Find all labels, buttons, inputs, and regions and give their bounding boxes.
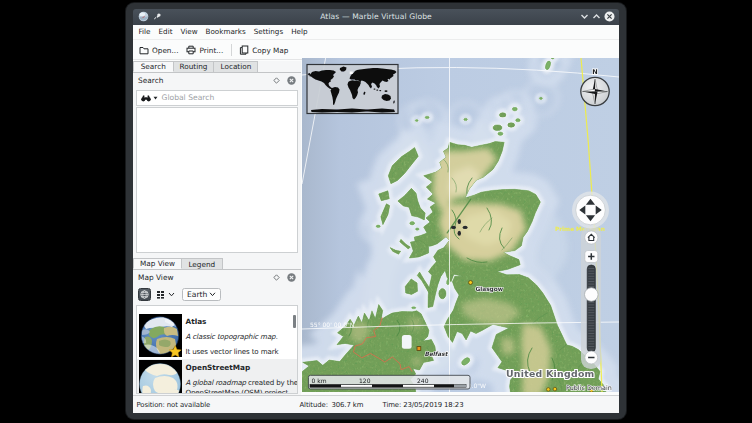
binoculars-icon bbox=[141, 94, 151, 102]
overview-world-map[interactable] bbox=[307, 65, 398, 114]
list-grid-icon bbox=[156, 290, 165, 299]
pan-control[interactable] bbox=[572, 192, 609, 229]
folder-icon bbox=[139, 46, 149, 55]
maximize-button[interactable] bbox=[592, 12, 601, 21]
city-label-belfast: Belfast bbox=[424, 351, 448, 357]
close-panel-icon[interactable] bbox=[287, 273, 296, 282]
copy-icon bbox=[239, 45, 249, 55]
globe-icon bbox=[140, 290, 149, 299]
search-input[interactable]: Global Search bbox=[136, 90, 299, 106]
tab-legend[interactable]: Legend bbox=[182, 258, 223, 269]
map-theme-list[interactable]: Atlas A classic topographic map. It uses… bbox=[136, 305, 299, 394]
search-results-list[interactable] bbox=[136, 107, 299, 253]
print-button[interactable]: Print... bbox=[186, 45, 223, 55]
menu-bar: File Edit View Bookmarks Settings Help bbox=[133, 25, 619, 41]
map-canvas[interactable]: 55° 00' 00.0"N 5° 00' 00.0"W bbox=[302, 58, 619, 392]
toolbar-separator bbox=[231, 44, 232, 56]
city-label-glasgow: Glasgow bbox=[475, 286, 503, 293]
theme-row-atlas[interactable]: Atlas A classic topographic map. It uses… bbox=[137, 313, 298, 359]
float-panel-icon[interactable] bbox=[273, 274, 280, 281]
map-view-panel-title: Map View bbox=[138, 273, 173, 282]
search-panel-title: Search bbox=[138, 76, 163, 85]
chevron-down-icon bbox=[209, 292, 216, 297]
scale-bar: 0 km 120 240 bbox=[308, 375, 470, 389]
status-position: Position: not available bbox=[137, 401, 211, 409]
zoom-slider-knob[interactable] bbox=[584, 288, 598, 302]
status-altitude-value: 306.7 km bbox=[332, 401, 364, 409]
scale-end-label: 240 bbox=[417, 377, 429, 384]
view-mode-button[interactable] bbox=[156, 290, 175, 299]
atlas-thumbnail bbox=[139, 314, 182, 357]
menu-view[interactable]: View bbox=[176, 27, 201, 36]
tab-routing[interactable]: Routing bbox=[174, 61, 215, 72]
scale-zero-label: 0 km bbox=[311, 377, 326, 384]
celestial-globe-button[interactable] bbox=[138, 288, 151, 301]
compass-north-label: N bbox=[592, 68, 597, 76]
menu-help[interactable]: Help bbox=[287, 27, 311, 36]
tab-location[interactable]: Location bbox=[214, 61, 258, 72]
celestial-body-select[interactable]: Earth bbox=[182, 288, 221, 302]
menu-settings[interactable]: Settings bbox=[250, 27, 287, 36]
zoom-in-button[interactable] bbox=[584, 251, 597, 263]
status-bar: Position: not available Altitude: 306.7 … bbox=[133, 395, 619, 413]
search-options-caret-icon[interactable] bbox=[153, 96, 158, 100]
titlebar[interactable]: Atlas — Marble Virtual Globe bbox=[133, 9, 619, 25]
window-title: Atlas — Marble Virtual Globe bbox=[133, 9, 619, 25]
float-panel-icon[interactable] bbox=[273, 77, 280, 84]
tab-search[interactable]: Search bbox=[133, 61, 174, 72]
lough-neagh bbox=[401, 335, 411, 349]
status-altitude-label: Altitude: bbox=[300, 401, 328, 409]
copy-map-button[interactable]: Copy Map bbox=[239, 45, 288, 55]
country-label: United Kingdom bbox=[506, 368, 595, 379]
zoom-out-button[interactable] bbox=[584, 351, 597, 364]
close-panel-icon[interactable] bbox=[287, 76, 296, 85]
latitude-label: 55° 00' 00.0"N bbox=[310, 321, 354, 328]
app-window: Atlas — Marble Virtual Globe File Edit V… bbox=[126, 3, 626, 419]
attribution-label: Public Domain bbox=[566, 384, 612, 392]
tab-map-view[interactable]: Map View bbox=[133, 258, 182, 269]
scale-mid-label: 120 bbox=[359, 377, 371, 384]
status-time: Time: 23/05/2019 18:23 bbox=[383, 401, 464, 409]
chevron-down-icon bbox=[168, 292, 175, 297]
minimize-button[interactable] bbox=[580, 12, 589, 21]
search-placeholder: Global Search bbox=[162, 93, 215, 102]
home-button[interactable] bbox=[584, 231, 597, 244]
menu-bookmarks[interactable]: Bookmarks bbox=[202, 27, 250, 36]
openstreetmap-thumbnail bbox=[139, 360, 182, 394]
menu-file[interactable]: File bbox=[135, 27, 155, 36]
open-button[interactable]: Open... bbox=[139, 46, 178, 55]
printer-icon bbox=[186, 45, 196, 55]
list-scrollbar-thumb[interactable] bbox=[293, 315, 296, 328]
theme-row-openstreetmap[interactable]: OpenStreetMap A global roadmap created b… bbox=[137, 359, 298, 395]
menu-edit[interactable]: Edit bbox=[155, 27, 177, 36]
close-button[interactable] bbox=[604, 11, 615, 22]
left-dock: Search Routing Location Search bbox=[133, 61, 301, 395]
